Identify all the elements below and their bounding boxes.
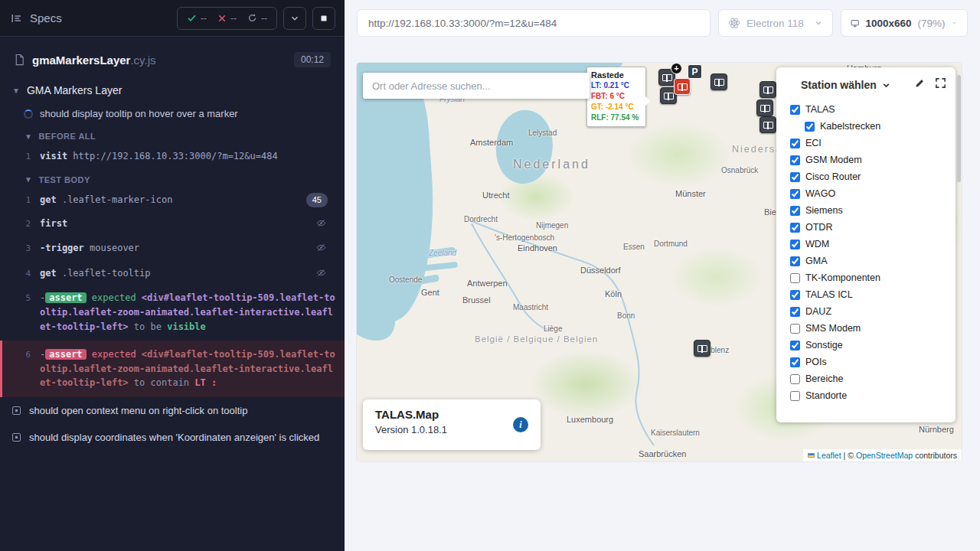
chevron-down-icon[interactable] [881, 80, 891, 90]
station-type-row[interactable]: GSM Modem [790, 152, 948, 168]
station-type-row[interactable]: Kabelstrecken [805, 118, 948, 135]
station-checkbox[interactable] [790, 391, 800, 401]
pending-test-row[interactable]: should open context menu on right-click … [0, 397, 345, 424]
station-checkbox[interactable] [790, 341, 800, 350]
station-checkbox[interactable] [790, 223, 800, 233]
station-checkbox[interactable] [790, 324, 800, 334]
edit-pencil-icon[interactable] [914, 77, 926, 89]
station-type-row[interactable]: Cisco Router [790, 168, 948, 185]
station-panel-header: Station wählen [776, 67, 956, 98]
station-checkbox[interactable] [790, 307, 800, 317]
station-checkbox[interactable] [790, 189, 800, 199]
collapse-caret-icon: ▼ [24, 175, 32, 184]
failed-assert-command-row[interactable]: 6 -assert expected <div#leaflet-tooltip-… [0, 341, 345, 397]
fullscreen-expand-icon[interactable] [935, 77, 946, 89]
station-type-row[interactable]: GMA [790, 253, 948, 269]
station-type-row[interactable]: SMS Modem [790, 320, 948, 337]
command-row[interactable]: 3 -trigger mouseover [0, 236, 345, 262]
station-type-row[interactable]: TK-Komponenten [790, 269, 948, 286]
specs-nav[interactable]: Specs [11, 11, 62, 24]
address-search-input[interactable] [363, 73, 590, 99]
test-stats: -- -- -- [177, 7, 277, 30]
test-body-hook[interactable]: ▼ TEST BODY [0, 168, 345, 188]
station-type-row[interactable]: TALAS ICL [790, 286, 948, 303]
station-type-row[interactable]: ECI [790, 135, 948, 152]
viewport-selector[interactable]: 1000x660 (79%) [841, 9, 968, 37]
info-icon[interactable]: i [513, 417, 528, 432]
cluster-expand-marker[interactable]: + [671, 63, 682, 74]
station-marker-highlighted[interactable] [674, 78, 691, 95]
collapse-button[interactable] [283, 7, 306, 30]
station-checkbox[interactable] [790, 139, 800, 148]
station-marker[interactable] [756, 99, 773, 116]
station-checkbox[interactable] [790, 256, 800, 266]
map-label: Essen [623, 243, 645, 251]
command-row[interactable]: 1 visit http://192.168.10.33:3000/?m=12&… [0, 145, 345, 168]
station-type-label: Bereiche [805, 373, 843, 384]
map-label: Liège [544, 324, 562, 333]
station-checkbox[interactable] [790, 357, 800, 367]
suite-row[interactable]: ▼ GMA Markers Layer [0, 77, 345, 103]
command-row[interactable]: 1 get .leaflet-marker-icon 45 [0, 188, 345, 212]
station-select-dropdown[interactable]: Station wählen [801, 79, 877, 91]
station-type-row[interactable]: Bereiche [790, 370, 948, 387]
command-row[interactable]: 4 get .leaflet-tooltip [0, 262, 345, 287]
station-type-label: Sonstige [805, 340, 843, 350]
station-checkbox[interactable] [790, 155, 800, 165]
hook-label: TEST BODY [38, 175, 90, 184]
station-marker[interactable] [710, 73, 727, 90]
parking-marker[interactable]: P [688, 64, 702, 79]
station-type-row[interactable]: OTDR [790, 219, 948, 236]
spec-title-row[interactable]: gmaMarkersLayer.cy.js 00:12 [9, 47, 335, 72]
command-method: -trigger [40, 243, 84, 253]
station-type-label: ECI [805, 138, 822, 148]
station-checkbox[interactable] [790, 273, 800, 283]
restart-icon [247, 13, 257, 23]
scrollbar-thumb[interactable] [957, 75, 961, 182]
station-type-label: TALAS [805, 104, 835, 115]
map-label: Nijmegen [536, 221, 568, 230]
station-marker[interactable] [694, 340, 710, 357]
aut-toolbar: http://192.168.10.33:3000/?m=12&u=484 El… [345, 0, 980, 46]
station-type-row[interactable]: TALAS [790, 101, 948, 118]
station-type-row[interactable]: WDM [790, 236, 948, 253]
osm-link[interactable]: OpenStreetMap [856, 451, 913, 460]
map-attribution: Leaflet | © OpenStreetMap contributors [803, 449, 962, 461]
station-type-row[interactable]: WAGO [790, 185, 948, 202]
station-marker[interactable] [760, 116, 776, 133]
command-row[interactable]: 2 first [0, 212, 345, 237]
assert-connector: to be [134, 321, 162, 332]
station-checkbox[interactable] [790, 374, 800, 384]
leaflet-map[interactable]: Hamburg Bremen Niedersachsen Groningen F… [357, 63, 962, 461]
station-checkbox[interactable] [805, 122, 815, 132]
command-number: 4 [0, 266, 40, 280]
station-marker[interactable] [760, 81, 776, 98]
active-test-row[interactable]: should display tooltip on hover over a m… [0, 103, 345, 125]
station-type-row[interactable]: Sonstige [790, 337, 948, 354]
station-checkbox[interactable] [790, 240, 800, 249]
assert-command-row[interactable]: 5 -assert expected <div#leaflet-tooltip-… [0, 286, 345, 338]
station-type-label: DAUZ [805, 306, 831, 317]
leaflet-link[interactable]: Leaflet [817, 451, 841, 460]
stop-button[interactable] [312, 7, 335, 30]
station-type-row[interactable]: Siemens [790, 202, 948, 219]
station-type-row[interactable]: POIs [790, 354, 948, 370]
leaflet-tooltip[interactable]: Rastede LT: 0.21 °C FBT: 6 °C GT: -2.14 … [586, 67, 646, 127]
browser-selector[interactable]: Electron 118 [718, 9, 833, 37]
collapse-caret-icon: ▼ [24, 132, 32, 141]
tooltip-measurement: LT: 0.21 °C [591, 80, 642, 91]
pending-test-row[interactable]: should display coordinates when 'Koordin… [0, 424, 345, 451]
map-label: Eindhoven [518, 243, 557, 253]
station-checkbox[interactable] [790, 172, 800, 182]
station-checkbox[interactable] [790, 206, 800, 216]
command-args: .leaflet-marker-icon [62, 194, 173, 205]
station-type-row[interactable]: DAUZ [790, 303, 948, 320]
map-label: Saarbrücken [639, 449, 686, 458]
before-all-hook[interactable]: ▼ BEFORE ALL [0, 125, 345, 145]
assert-lead: expected [92, 349, 136, 360]
map-label: Nürnberg [919, 425, 954, 434]
station-checkbox[interactable] [790, 290, 800, 300]
url-bar[interactable]: http://192.168.10.33:3000/?m=12&u=484 [357, 9, 710, 37]
station-checkbox[interactable] [790, 105, 800, 115]
station-type-row[interactable]: Standorte [790, 387, 948, 404]
